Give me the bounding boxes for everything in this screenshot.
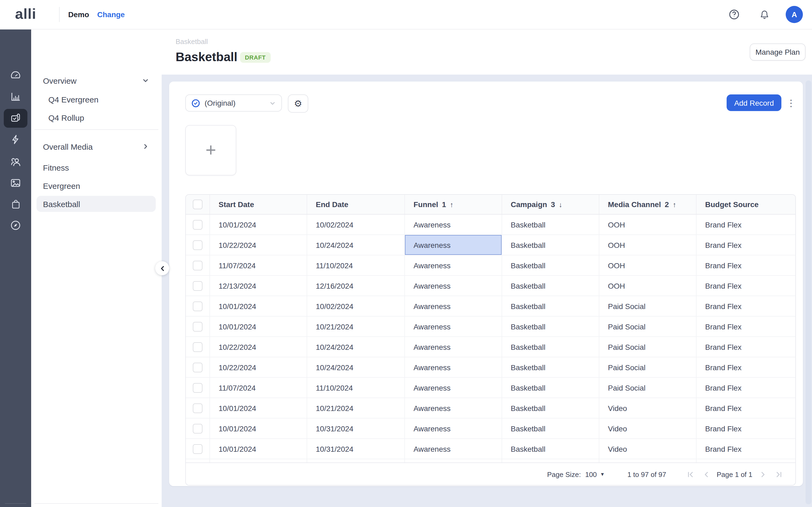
- table-cell[interactable]: Paid Social: [599, 337, 697, 357]
- table-cell[interactable]: Awareness: [405, 439, 502, 459]
- table-cell[interactable]: Awareness: [405, 357, 502, 377]
- table-cell[interactable]: Basketball: [502, 357, 599, 377]
- add-record-button[interactable]: Add Record: [727, 95, 781, 111]
- next-page-icon[interactable]: [757, 468, 768, 480]
- row-checkbox[interactable]: [193, 261, 202, 270]
- table-cell[interactable]: 11/07/2024: [210, 378, 307, 398]
- table-cell[interactable]: Video: [599, 398, 697, 418]
- table-cell[interactable]: Awareness: [405, 378, 502, 398]
- table-cell[interactable]: Awareness: [405, 418, 502, 438]
- table-cell[interactable]: Awareness: [405, 215, 502, 234]
- table-cell[interactable]: Brand Flex: [697, 357, 795, 377]
- row-checkbox[interactable]: [193, 322, 202, 331]
- row-checkbox[interactable]: [193, 424, 202, 433]
- table-cell[interactable]: 10/01/2024: [210, 317, 307, 336]
- table-cell[interactable]: 10/01/2024: [210, 418, 307, 438]
- table-cell[interactable]: Awareness: [405, 317, 502, 336]
- version-selector[interactable]: (Original): [185, 95, 282, 112]
- table-cell[interactable]: 11/10/2024: [307, 256, 405, 275]
- nav-item-basketball[interactable]: Basketball: [37, 196, 156, 212]
- table-cell[interactable]: 10/01/2024: [210, 296, 307, 316]
- table-cell[interactable]: Video: [599, 439, 697, 459]
- table-cell[interactable]: Paid Social: [599, 357, 697, 377]
- table-cell[interactable]: 10/31/2024: [307, 418, 405, 438]
- table-cell[interactable]: Awareness: [405, 337, 502, 357]
- table-cell[interactable]: 11/10/2024: [307, 378, 405, 398]
- column-header-budget-source[interactable]: Budget Source: [697, 195, 795, 214]
- collapse-sidebar-button[interactable]: [155, 261, 169, 275]
- table-cell[interactable]: Basketball: [502, 256, 599, 275]
- table-cell[interactable]: 10/21/2024: [307, 317, 405, 336]
- table-cell[interactable]: Awareness: [405, 276, 502, 296]
- column-header-campaign[interactable]: Campaign3↓: [502, 195, 599, 214]
- table-cell[interactable]: Awareness: [405, 296, 502, 316]
- row-checkbox[interactable]: [193, 362, 202, 372]
- explore-compass-icon[interactable]: [0, 217, 31, 233]
- table-cell[interactable]: Paid Social: [599, 317, 697, 336]
- table-cell[interactable]: OOH: [599, 235, 697, 255]
- table-cell[interactable]: Basketball: [502, 418, 599, 438]
- nav-item-overall-media[interactable]: Overall Media: [37, 138, 156, 155]
- creative-image-icon[interactable]: [0, 175, 31, 191]
- marketplace-bag-icon[interactable]: [0, 196, 31, 212]
- table-cell[interactable]: Basketball: [502, 235, 599, 255]
- table-cell[interactable]: Basketball: [502, 317, 599, 336]
- table-cell[interactable]: 10/31/2024: [307, 439, 405, 459]
- table-cell[interactable]: 10/24/2024: [307, 337, 405, 357]
- table-cell[interactable]: Brand Flex: [697, 296, 795, 316]
- view-settings-button[interactable]: ⚙: [288, 95, 308, 113]
- row-checkbox[interactable]: [193, 281, 202, 290]
- table-cell[interactable]: Awareness: [405, 398, 502, 418]
- user-avatar[interactable]: A: [786, 6, 803, 23]
- table-cell[interactable]: Basketball: [502, 215, 599, 234]
- table-cell[interactable]: Brand Flex: [697, 235, 795, 255]
- table-cell[interactable]: Basketball: [502, 439, 599, 459]
- table-cell[interactable]: 10/22/2024: [210, 357, 307, 377]
- first-page-icon[interactable]: [684, 468, 696, 480]
- kebab-menu-icon[interactable]: ⋮: [786, 96, 797, 111]
- nav-item-overview[interactable]: Overview: [37, 72, 156, 89]
- help-icon[interactable]: [727, 7, 741, 21]
- table-cell[interactable]: 10/21/2024: [307, 398, 405, 418]
- lightning-icon[interactable]: [0, 131, 31, 148]
- table-cell[interactable]: Brand Flex: [697, 215, 795, 234]
- column-header-start-date[interactable]: Start Date: [210, 195, 307, 214]
- media-plan-clipboard-check-icon[interactable]: [0, 110, 31, 126]
- prev-page-icon[interactable]: [701, 468, 712, 480]
- column-header-end-date[interactable]: End Date: [307, 195, 405, 214]
- add-view-button[interactable]: +: [185, 125, 236, 175]
- change-workspace-link[interactable]: Change: [97, 10, 125, 19]
- table-cell[interactable]: Basketball: [502, 398, 599, 418]
- table-cell[interactable]: 10/01/2024: [210, 215, 307, 234]
- table-cell[interactable]: 10/24/2024: [307, 235, 405, 255]
- row-checkbox[interactable]: [193, 220, 202, 229]
- table-cell[interactable]: Brand Flex: [697, 378, 795, 398]
- table-cell[interactable]: Basketball: [502, 378, 599, 398]
- table-cell[interactable]: Video: [599, 418, 697, 438]
- table-cell[interactable]: Brand Flex: [697, 256, 795, 275]
- table-cell[interactable]: Basketball: [502, 337, 599, 357]
- table-cell[interactable]: Brand Flex: [697, 439, 795, 459]
- table-cell[interactable]: 11/07/2024: [210, 256, 307, 275]
- table-cell[interactable]: 10/22/2024: [210, 337, 307, 357]
- table-cell[interactable]: Awareness: [405, 256, 502, 275]
- page-size-select[interactable]: 100▼: [585, 470, 605, 478]
- nav-item-fitness[interactable]: Fitness: [37, 159, 156, 175]
- column-header-media-channel[interactable]: Media Channel2↑: [599, 195, 697, 214]
- table-cell[interactable]: Brand Flex: [697, 276, 795, 296]
- table-cell[interactable]: OOH: [599, 256, 697, 275]
- table-cell[interactable]: 10/02/2024: [307, 215, 405, 234]
- table-cell[interactable]: Paid Social: [599, 296, 697, 316]
- table-cell[interactable]: 10/01/2024: [210, 398, 307, 418]
- table-cell[interactable]: 10/22/2024: [210, 235, 307, 255]
- table-cell[interactable]: 10/01/2024: [210, 439, 307, 459]
- table-cell[interactable]: 12/13/2024: [210, 276, 307, 296]
- table-cell[interactable]: Brand Flex: [697, 317, 795, 336]
- table-cell[interactable]: Paid Social: [599, 378, 697, 398]
- nav-item-q4-rollup[interactable]: Q4 Rollup: [37, 109, 156, 125]
- bar-chart-icon[interactable]: [0, 89, 31, 105]
- table-cell[interactable]: Brand Flex: [697, 398, 795, 418]
- row-checkbox[interactable]: [193, 301, 202, 311]
- row-checkbox[interactable]: [193, 403, 202, 413]
- table-cell[interactable]: OOH: [599, 215, 697, 234]
